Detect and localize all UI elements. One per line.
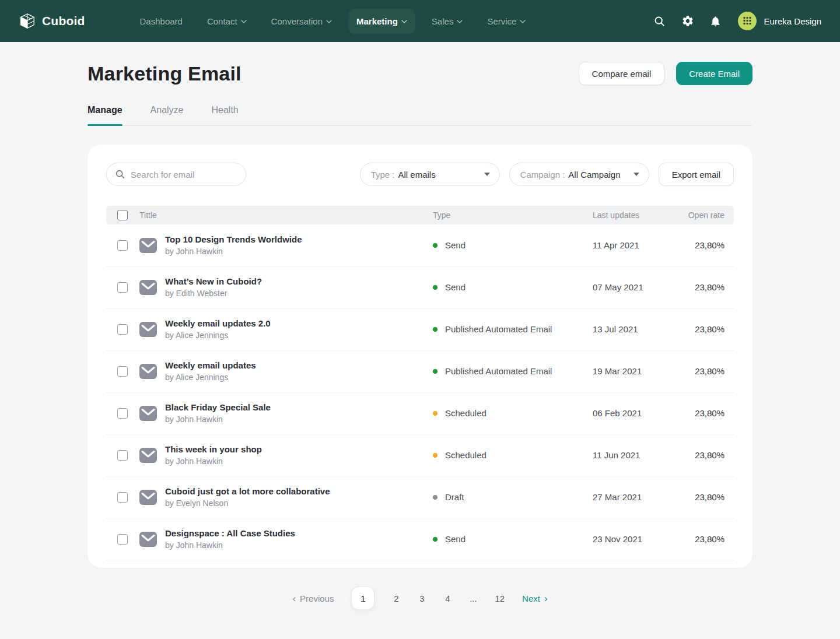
tab-manage[interactable]: Manage: [88, 105, 123, 125]
status-label: Published Automated Email: [445, 366, 552, 376]
pagination: ‹ Previous 1 2 3 4 ... 12 Next ›: [88, 587, 752, 610]
email-icon: [139, 364, 157, 379]
select-all-checkbox[interactable]: [117, 210, 128, 220]
export-email-button[interactable]: Export email: [659, 163, 734, 186]
email-title-cell: Designspace : All Case Studies by John H…: [165, 527, 433, 552]
table-row: Top 10 Design Trends Worldwide by John H…: [106, 224, 734, 266]
page-content: Marketing Email Compare email Create Ema…: [0, 42, 840, 610]
table-row: Cuboid just got a lot more collaborative…: [106, 476, 734, 518]
chevron-down-icon: [520, 20, 526, 23]
email-title-link[interactable]: Designspace : All Case Studies: [165, 527, 433, 539]
email-type-cell: Send: [433, 282, 593, 292]
last-update-date: 06 Feb 2021: [593, 408, 672, 418]
search-icon[interactable]: [653, 15, 666, 27]
page-button-3[interactable]: 3: [418, 594, 426, 603]
page-button-ellipsis[interactable]: ...: [469, 594, 477, 603]
cuboid-logo-icon: [19, 12, 36, 30]
nav-label: Marketing: [356, 16, 398, 26]
campaign-filter-value: All Campaign: [568, 170, 620, 180]
row-checkbox[interactable]: [117, 366, 128, 377]
gear-icon[interactable]: [681, 15, 694, 27]
next-label: Next: [522, 594, 540, 603]
page-button-1[interactable]: 1: [351, 587, 374, 610]
email-icon: [139, 406, 157, 421]
email-title-link[interactable]: Black Friday Special Sale: [165, 401, 433, 413]
nav-item-contact[interactable]: Contact: [199, 9, 255, 34]
row-checkbox[interactable]: [117, 324, 128, 335]
email-title-link[interactable]: Weekly email updates: [165, 359, 433, 371]
open-rate-value: 23,80%: [672, 492, 724, 502]
tab-health[interactable]: Health: [212, 105, 239, 125]
row-checkbox[interactable]: [117, 450, 128, 461]
email-author: by John Hawkin: [165, 413, 433, 426]
type-filter-dropdown[interactable]: Type : All emails: [360, 163, 500, 186]
email-type-cell: Scheduled: [433, 450, 593, 460]
open-rate-value: 23,80%: [672, 534, 724, 544]
email-title-cell: What’s New in Cuboid? by Edith Webster: [165, 275, 433, 300]
tab-bar: Manage Analyze Health: [88, 105, 752, 126]
nav-item-conversation[interactable]: Conversation: [263, 9, 340, 34]
table-header: Tittle Type Last updates Open rate: [106, 206, 734, 224]
email-author: by John Hawkin: [165, 539, 433, 552]
type-filter-label: Type :: [371, 170, 395, 180]
email-title-link[interactable]: This week in your shop: [165, 443, 433, 455]
campaign-filter-dropdown[interactable]: Campaign : All Campaign: [509, 163, 649, 186]
create-email-button[interactable]: Create Email: [676, 62, 752, 85]
email-icon: [139, 490, 157, 505]
status-dot: [433, 453, 438, 458]
column-header-type: Type: [433, 210, 593, 220]
email-author: by John Hawkin: [165, 455, 433, 468]
chevron-down-icon: [401, 20, 407, 23]
tab-analyze[interactable]: Analyze: [150, 105, 184, 125]
user-menu[interactable]: Eureka Design: [737, 11, 821, 31]
email-type-cell: Published Automated Email: [433, 324, 593, 334]
previous-page-button[interactable]: ‹ Previous: [292, 594, 334, 603]
nav-item-dashboard[interactable]: Dashboard: [132, 9, 191, 34]
email-title-link[interactable]: Weekly email updates 2.0: [165, 317, 433, 329]
table-row: This week in your shop by John Hawkin Sc…: [106, 434, 734, 476]
nav-item-marketing[interactable]: Marketing: [348, 9, 415, 34]
brand-logo[interactable]: Cuboid: [19, 12, 85, 30]
chevron-down-icon: [326, 20, 332, 23]
row-checkbox[interactable]: [117, 408, 128, 419]
table-row: What’s New in Cuboid? by Edith Webster S…: [106, 266, 734, 308]
next-page-button[interactable]: Next ›: [522, 594, 548, 603]
caret-down-icon: [634, 173, 639, 176]
page-button-12[interactable]: 12: [495, 594, 505, 603]
email-title-link[interactable]: Cuboid just got a lot more collaborative: [165, 485, 433, 497]
email-author: by Alice Jennings: [165, 371, 433, 384]
column-header-open-rate: Open rate: [672, 210, 724, 220]
email-title-link[interactable]: What’s New in Cuboid?: [165, 275, 433, 287]
last-update-date: 19 Mar 2021: [593, 366, 672, 376]
email-title-cell: Weekly email updates 2.0 by Alice Jennin…: [165, 317, 433, 342]
nav-label: Contact: [207, 16, 237, 26]
compare-email-button[interactable]: Compare email: [579, 62, 665, 85]
open-rate-value: 23,80%: [672, 282, 724, 292]
open-rate-value: 23,80%: [672, 324, 724, 334]
row-checkbox[interactable]: [117, 240, 128, 251]
row-checkbox[interactable]: [117, 534, 128, 545]
nav-item-sales[interactable]: Sales: [424, 9, 471, 34]
page-button-4[interactable]: 4: [443, 594, 452, 603]
row-checkbox[interactable]: [117, 282, 128, 293]
email-icon: [139, 532, 157, 547]
email-title-cell: Black Friday Special Sale by John Hawkin: [165, 401, 433, 426]
open-rate-value: 23,80%: [672, 366, 724, 376]
page-header: Marketing Email Compare email Create Ema…: [88, 62, 752, 85]
bell-icon[interactable]: [709, 15, 722, 27]
main-nav: Dashboard Contact Conversation Marketing…: [132, 9, 534, 34]
status-dot: [433, 537, 438, 542]
email-icon: [139, 448, 157, 463]
email-type-cell: Draft: [433, 492, 593, 502]
email-author: by Edith Webster: [165, 287, 433, 300]
row-checkbox[interactable]: [117, 492, 128, 503]
page-button-2[interactable]: 2: [392, 594, 400, 603]
nav-item-service[interactable]: Service: [479, 9, 534, 34]
chevron-left-icon: ‹: [292, 594, 296, 603]
status-label: Published Automated Email: [445, 324, 552, 334]
email-title-link[interactable]: Top 10 Design Trends Worldwide: [165, 233, 433, 245]
search-icon: [115, 169, 125, 180]
status-dot: [433, 285, 438, 290]
search-email-input[interactable]: [131, 170, 237, 180]
nav-label: Service: [487, 16, 516, 26]
